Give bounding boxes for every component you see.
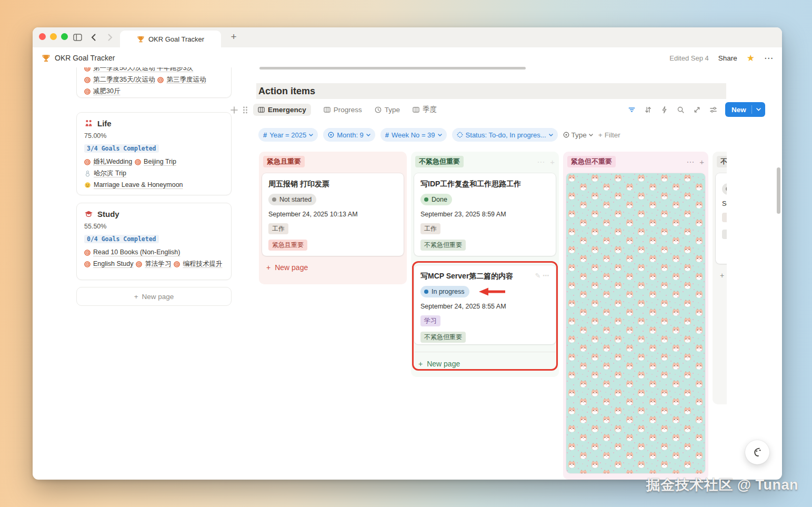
filter-pill-status[interactable]: Status: To-do, In progres... xyxy=(452,128,558,142)
goal-item-label[interactable]: Marriage Leave & Honeymoon xyxy=(94,180,183,191)
new-button[interactable]: New xyxy=(725,102,765,117)
board-view-icon xyxy=(413,106,419,113)
sidebar-toggle-icon[interactable] xyxy=(72,32,83,43)
app-window: OKR Goal Tracker + OKR Goal Tracker Edit… xyxy=(33,27,782,480)
more-options-button[interactable]: ⋯ xyxy=(764,53,774,64)
favorite-star-icon[interactable]: ★ xyxy=(747,54,755,63)
card-tag: 不紧急但重要 xyxy=(420,332,466,343)
tab-bar: OKR Goal Tracker + xyxy=(33,27,782,47)
forward-icon[interactable] xyxy=(104,32,116,43)
column-add-icon[interactable]: + xyxy=(699,158,704,166)
card-hover-icons[interactable]: ✎ ⋯ xyxy=(535,271,549,281)
goal-item-label[interactable]: 婚礼Wedding xyxy=(93,156,132,167)
column-more-icon[interactable]: ⋯ xyxy=(537,158,545,166)
plus-icon: + xyxy=(720,271,724,280)
kanban-card-highlighted[interactable]: 写MCP Server第二篇的内容 ✎ ⋯ In progress Septem… xyxy=(414,265,556,344)
trophy-icon xyxy=(137,35,145,43)
goal-item-label[interactable]: 哈尔滨 Trip xyxy=(94,168,126,179)
ai-assistant-button[interactable] xyxy=(745,440,769,464)
edited-timestamp: Edited Sep 4 xyxy=(669,54,708,62)
share-button[interactable]: Share xyxy=(718,54,737,62)
card-title[interactable]: 写IDP工作复盘和工作思路工作 xyxy=(420,178,549,189)
clock-icon xyxy=(375,106,382,113)
board-toolbar: New xyxy=(627,102,765,117)
goal-item-label[interactable]: Beijing Trip xyxy=(144,156,176,167)
column-new-page-button[interactable]: + New page xyxy=(414,356,556,371)
target-icon xyxy=(135,159,141,165)
tab-okr-goal-tracker[interactable]: OKR Goal Tracker xyxy=(120,31,221,47)
goal-item-label[interactable]: 编程技术提升 xyxy=(183,259,222,270)
filter-pill-week[interactable]: # Week No = 39 xyxy=(380,128,447,142)
goal-item-label[interactable]: 减肥30斤 xyxy=(93,86,120,97)
filter-icon[interactable] xyxy=(627,105,636,114)
view-tab-type[interactable]: Type xyxy=(375,106,400,114)
view-tab-emergency[interactable]: Emergency xyxy=(253,104,311,116)
target-icon xyxy=(84,88,91,95)
plus-icon: + xyxy=(266,263,270,272)
settings-sliders-icon[interactable] xyxy=(709,105,717,114)
column-new-page-button[interactable]: + New page xyxy=(262,260,404,275)
goal-item-label[interactable]: English Study xyxy=(93,259,133,270)
add-filter-button[interactable]: + Filter xyxy=(598,131,620,139)
kanban-card[interactable]: September xyxy=(716,173,727,264)
column-header-badge[interactable]: 不紧急不重要 xyxy=(717,156,727,167)
target-icon xyxy=(136,261,142,267)
column-header-badge[interactable]: 不紧急但重要 xyxy=(415,156,464,167)
smiley-icon xyxy=(84,182,91,188)
horizontal-scrollbar[interactable] xyxy=(259,67,526,69)
sort-icon[interactable] xyxy=(644,105,652,114)
trophy-icon xyxy=(42,54,51,63)
card-cover-cat-pattern[interactable] xyxy=(566,173,705,473)
chevron-down-icon xyxy=(589,134,593,136)
goal-item-label[interactable]: 第一季度50天/次运动 半年跑步3次 xyxy=(93,67,193,74)
kanban-card[interactable]: 周五报销 打印发票 Not started September 24, 2025… xyxy=(262,173,404,256)
goal-item-label[interactable]: 第二季度35天/次运动 xyxy=(93,74,155,85)
snowman-icon xyxy=(84,170,91,177)
gallery-new-page-button[interactable]: + New page xyxy=(76,287,232,306)
goal-card-clipped[interactable]: 第一季度50天/次运动 半年跑步3次 第二季度35天/次运动 第三季度运动 减肥… xyxy=(76,67,232,98)
goal-item-label[interactable]: 第三季度运动 xyxy=(166,74,206,85)
column-header-badge[interactable]: 紧急且重要 xyxy=(263,156,305,167)
column-new-page-button[interactable]: + xyxy=(716,268,727,283)
status-dot xyxy=(726,187,727,191)
status-dot xyxy=(424,290,428,294)
column-header-badge[interactable]: 紧急但不重要 xyxy=(567,156,616,167)
filter-pill-month[interactable]: Month: 9 xyxy=(323,128,375,142)
status-pill xyxy=(722,183,727,195)
chevron-down-icon xyxy=(309,134,313,136)
board-view-icon xyxy=(258,106,265,113)
card-title[interactable]: 写MCP Server第二篇的内容 xyxy=(420,271,513,281)
card-title[interactable]: 周五报销 打印发票 xyxy=(268,178,397,189)
search-icon[interactable] xyxy=(676,105,685,114)
drag-handle-icon[interactable] xyxy=(243,106,248,114)
goal-progress-percent: 55.50% xyxy=(84,223,224,230)
back-icon[interactable] xyxy=(87,32,99,43)
page-title: OKR Goal Tracker xyxy=(55,54,115,62)
goal-card-life[interactable]: Life 75.00% 3/4 Goals Completed 婚礼Weddin… xyxy=(76,112,232,195)
goal-card-study[interactable]: Study 55.50% 0/4 Goals Completed Read 10… xyxy=(76,203,232,280)
card-date: September 23, 2025 8:59 AM xyxy=(420,211,549,218)
view-tab-quarter[interactable]: 季度 xyxy=(413,105,437,114)
filter-type[interactable]: Type xyxy=(563,131,593,139)
filter-pill-year[interactable]: # Year = 2025 xyxy=(258,128,318,142)
add-block-icon[interactable] xyxy=(230,106,238,114)
zoom-window-button[interactable] xyxy=(61,33,68,40)
column-add-icon[interactable]: + xyxy=(550,158,555,166)
hash-icon: # xyxy=(385,131,389,139)
target-icon xyxy=(84,250,91,256)
status-dot xyxy=(424,197,428,202)
lightning-icon[interactable] xyxy=(660,105,668,114)
goal-item-label[interactable]: 算法学习 xyxy=(145,259,171,270)
column-more-icon[interactable]: ⋯ xyxy=(686,158,694,166)
hash-icon: # xyxy=(263,131,267,139)
vertical-scrollbar[interactable] xyxy=(777,167,780,214)
new-tab-button[interactable]: + xyxy=(227,31,240,43)
card-tag: 工作 xyxy=(268,223,288,234)
minimize-window-button[interactable] xyxy=(50,33,57,40)
goal-item-label[interactable]: Read 10 Books (Non-English) xyxy=(93,247,180,258)
expand-icon[interactable] xyxy=(693,105,701,114)
close-window-button[interactable] xyxy=(39,33,46,40)
chevron-down-icon[interactable] xyxy=(752,108,765,111)
kanban-card[interactable]: 写IDP工作复盘和工作思路工作 Done September 23, 2025 … xyxy=(414,173,556,256)
view-tab-progress[interactable]: Progress xyxy=(324,106,362,114)
